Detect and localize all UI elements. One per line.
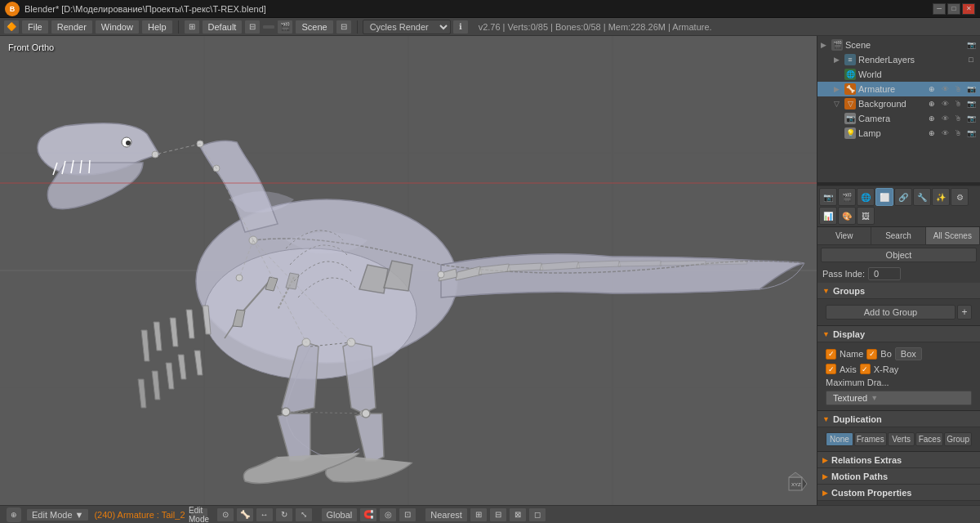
axis-checkbox[interactable] — [826, 364, 836, 374]
data-btn[interactable]: 📊 — [819, 207, 837, 225]
textured-dropdown-btn[interactable]: Textured ▼ — [826, 391, 972, 405]
viewport[interactable]: Front Ortho — [0, 36, 817, 505]
global-btn[interactable]: Global — [321, 507, 359, 522]
constraints-btn[interactable]: 🔗 — [894, 188, 912, 206]
render-menu[interactable]: Render — [51, 20, 93, 34]
custom-props-header[interactable]: ▶ Custom Properties — [817, 485, 980, 501]
view-btn[interactable]: View — [817, 227, 871, 244]
dup-group-btn[interactable]: Group — [944, 432, 972, 446]
file-menu[interactable]: File — [21, 20, 49, 34]
status-icon1[interactable]: ⊕ — [7, 507, 21, 522]
bo-checkbox[interactable] — [866, 349, 877, 360]
world-icon: 🌐 — [844, 69, 856, 80]
box-btn[interactable]: Box — [895, 347, 922, 360]
tree-item-armature[interactable]: ▶ 🦴 Armature ⊕ 👁 🖱 📷 — [817, 82, 980, 96]
svg-marker-31 — [618, 261, 662, 266]
material-btn[interactable]: 🎨 — [838, 207, 856, 225]
snap2-btn[interactable]: ⊡ — [399, 507, 416, 522]
arm-vis3[interactable]: 🖱 — [952, 83, 964, 95]
bg-vis1[interactable]: ⊕ — [926, 98, 938, 110]
info-icon[interactable]: ℹ — [452, 20, 469, 34]
layout-selector[interactable]: Default — [202, 20, 243, 34]
option-btn3[interactable]: ⊠ — [509, 507, 527, 522]
tree-item-scene[interactable]: ▶ 🎬 Scene 📷 — [817, 38, 980, 52]
option-btn1[interactable]: ⊞ — [470, 507, 488, 522]
dup-faces-btn[interactable]: Faces — [915, 432, 943, 446]
tree-item-lamp[interactable]: 💡 Lamp ⊕ 👁 🖱 📷 — [817, 126, 980, 141]
dup-frames-btn[interactable]: Frames — [854, 432, 887, 446]
arm-vis4[interactable]: 📷 — [965, 83, 977, 95]
duplication-header[interactable]: ▼ Duplication — [817, 411, 980, 427]
physics-btn[interactable]: ⚙ — [951, 188, 969, 206]
view-mode-btn[interactable]: Edit Mode ▼ — [26, 508, 89, 521]
minimize-button[interactable]: ─ — [933, 3, 946, 15]
display-header[interactable]: ▼ Display — [817, 326, 980, 342]
cam-vis3[interactable]: 🖱 — [952, 113, 964, 124]
name-checkbox[interactable] — [826, 349, 836, 360]
window-menu[interactable]: Window — [95, 20, 140, 34]
lamp-vis3[interactable]: 🖱 — [952, 127, 964, 139]
lamp-vis1[interactable]: ⊕ — [926, 127, 938, 139]
option-btn2[interactable]: ⊟ — [489, 507, 507, 522]
tree-item-camera[interactable]: 📷 Camera ⊕ 👁 🖱 📷 — [817, 111, 980, 126]
nearest-btn[interactable]: Nearest — [425, 507, 468, 522]
option-btn4[interactable]: ◻ — [528, 507, 546, 522]
camera-vis-icon[interactable]: 📷 — [965, 39, 977, 51]
bg-vis4[interactable]: 📷 — [965, 98, 977, 110]
lamp-vis2[interactable]: 👁 — [939, 127, 951, 139]
view-nav-btn[interactable]: Edit Mode — [190, 507, 208, 522]
scene-selector[interactable]: Scene — [295, 20, 333, 34]
scene-icon2[interactable]: ⊟ — [336, 20, 352, 34]
snap-btn[interactable]: 🧲 — [359, 507, 377, 522]
screen-selector[interactable] — [262, 25, 275, 29]
bg-vis3[interactable]: 🖱 — [952, 98, 964, 110]
navigation-cube[interactable]: XYZ — [782, 471, 808, 497]
particles-btn[interactable]: ✨ — [932, 188, 950, 206]
scale-btn[interactable]: ⤡ — [295, 507, 313, 522]
render-props-btn[interactable]: 📷 — [819, 188, 837, 206]
layout-grid-icon[interactable]: ⊞ — [184, 20, 200, 34]
bone-btn[interactable]: 🦴 — [236, 507, 254, 522]
layout-icon2[interactable]: ⊟ — [244, 20, 261, 34]
search-btn[interactable]: Search — [871, 227, 925, 244]
translate-btn[interactable]: ↔ — [256, 507, 274, 522]
pass-index-input[interactable] — [868, 267, 901, 280]
dup-none-btn[interactable]: None — [826, 432, 853, 446]
tree-item-background[interactable]: ▽ ▽ Background ⊕ 👁 🖱 📷 — [817, 96, 980, 111]
close-button[interactable]: ✕ — [962, 3, 975, 15]
add-group-plus-btn[interactable]: + — [957, 305, 972, 320]
help-menu[interactable]: Help — [141, 20, 173, 34]
tree-item-renderlayers[interactable]: ▶ ≡ RenderLayers □ — [817, 52, 980, 67]
textured-label: Textured — [833, 393, 867, 403]
world-props-btn[interactable]: 🌐 — [857, 188, 875, 206]
motion-paths-header[interactable]: ▶ Motion Paths — [817, 468, 980, 485]
dup-verts-btn[interactable]: Verts — [888, 432, 915, 446]
renderlayers-vis-icon[interactable]: □ — [965, 54, 977, 65]
xray-checkbox[interactable] — [860, 364, 871, 374]
tree-item-world[interactable]: 🌐 World — [817, 67, 980, 82]
modifiers-btn[interactable]: 🔧 — [913, 188, 931, 206]
arm-vis1[interactable]: ⊕ — [926, 83, 938, 95]
rotate-btn[interactable]: ↻ — [275, 507, 293, 522]
cam-vis1[interactable]: ⊕ — [926, 113, 938, 124]
bg-vis2[interactable]: 👁 — [939, 98, 951, 110]
select-mode-btn[interactable]: ⊙ — [216, 507, 234, 522]
relations-extras-header[interactable]: ▶ Relations Extras — [817, 452, 980, 468]
lamp-vis4[interactable]: 📷 — [965, 127, 977, 139]
cam-vis4[interactable]: 📷 — [965, 113, 977, 124]
maximize-button[interactable]: □ — [947, 3, 960, 15]
texture-btn[interactable]: 🖼 — [857, 207, 875, 225]
render-engine-select[interactable]: Cycles Render Blender Render Blender Gam… — [363, 20, 451, 34]
blender-menu-icon[interactable]: 🔶 — [3, 20, 20, 34]
object-props-btn[interactable]: ⬜ — [875, 188, 893, 206]
object-label: Object — [821, 248, 977, 262]
groups-header[interactable]: ▼ Groups — [817, 283, 980, 299]
scene-icon[interactable]: 🎬 — [277, 20, 293, 34]
arm-vis2[interactable]: 👁 — [939, 83, 951, 95]
all-scenes-btn[interactable]: All Scenes — [926, 227, 980, 244]
add-to-group-btn[interactable]: Add to Group — [826, 305, 956, 320]
scene-props-btn[interactable]: 🎬 — [838, 188, 856, 206]
proportional-btn[interactable]: ◎ — [379, 507, 397, 522]
cam-vis2[interactable]: 👁 — [939, 113, 951, 124]
svg-text:XYZ: XYZ — [791, 482, 801, 487]
